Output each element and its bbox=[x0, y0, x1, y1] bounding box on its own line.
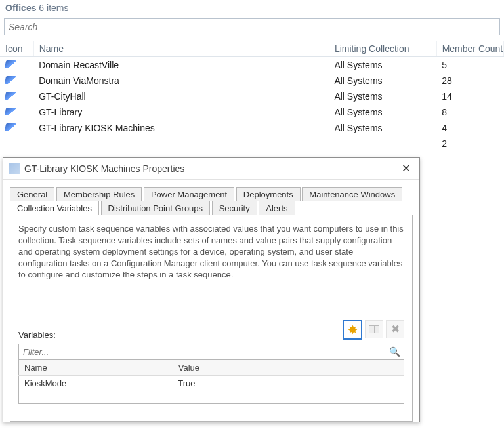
panel-description: Specify custom task sequence variables w… bbox=[18, 223, 404, 281]
col-limiting[interactable]: Limiting Collection bbox=[329, 41, 436, 57]
col-members[interactable]: Member Count bbox=[436, 41, 503, 57]
table-row[interactable]: Domain RecastVille All Systems 5 bbox=[0, 57, 504, 73]
close-icon[interactable]: ✕ bbox=[398, 162, 414, 175]
variables-toolbar: ✸ ✖ bbox=[343, 320, 404, 340]
variables-filter-input[interactable] bbox=[18, 344, 404, 360]
var-cell-value: True bbox=[173, 375, 404, 391]
cell-limiting: All Systems bbox=[329, 73, 436, 89]
cell-count: 4 bbox=[436, 120, 503, 136]
content-title: Offices 6 items bbox=[0, 0, 504, 16]
tab-security[interactable]: Security bbox=[212, 201, 257, 215]
delete-variable-button[interactable]: ✖ bbox=[386, 320, 404, 338]
table-row[interactable]: GT-Library KIOSK Machines All Systems 4 bbox=[0, 120, 504, 136]
tab-general[interactable]: General bbox=[10, 187, 54, 201]
variable-row[interactable]: KioskMode True bbox=[19, 375, 404, 391]
var-col-value[interactable]: Value bbox=[173, 360, 404, 376]
search-icon: 🔍 bbox=[389, 346, 400, 357]
properties-icon bbox=[369, 325, 379, 333]
tab-maintenance-windows[interactable]: Maintenance Windows bbox=[302, 187, 402, 201]
cell-count: 5 bbox=[436, 57, 503, 73]
cell-limiting: All Systems bbox=[329, 104, 436, 120]
variables-label: Variables: bbox=[18, 330, 56, 340]
collection-icon bbox=[5, 92, 17, 100]
variables-grid: Name Value KioskMode True bbox=[18, 360, 404, 405]
table-row[interactable]: GT-CityHall All Systems 14 bbox=[0, 89, 504, 104]
cell-limiting: All Systems bbox=[329, 57, 436, 73]
cell-count: 28 bbox=[436, 73, 503, 89]
cell-count: 8 bbox=[436, 104, 503, 120]
var-cell-name: KioskMode bbox=[19, 375, 173, 391]
table-row[interactable]: GT-Library All Systems 8 bbox=[0, 104, 504, 120]
tab-deployments[interactable]: Deployments bbox=[236, 187, 301, 201]
cell-limiting: All Systems bbox=[329, 120, 436, 136]
collection-icon bbox=[5, 60, 17, 68]
cell-name: GT-CityHall bbox=[33, 89, 329, 104]
tab-panel-collection-variables: Specify custom task sequence variables w… bbox=[10, 214, 413, 422]
cell-name: Domain RecastVille bbox=[33, 57, 329, 73]
dialog-body: General Membership Rules Power Managemen… bbox=[3, 180, 419, 422]
dialog-titlebar: GT-Library KIOSK Machines Properties ✕ bbox=[3, 158, 419, 180]
dialog-title-icon bbox=[9, 163, 20, 174]
var-col-name[interactable]: Name bbox=[19, 360, 173, 376]
delete-icon: ✖ bbox=[391, 324, 400, 335]
cell-count: 2 bbox=[436, 136, 503, 152]
tabs-row-2: Collection Variables Distribution Point … bbox=[10, 201, 413, 215]
tab-membership-rules[interactable]: Membership Rules bbox=[56, 187, 142, 201]
collection-icon bbox=[5, 108, 17, 115]
tab-alerts[interactable]: Alerts bbox=[259, 201, 295, 215]
dialog-title: GT-Library KIOSK Machines Properties bbox=[24, 163, 398, 174]
cell-name: GT-Library bbox=[33, 104, 329, 120]
cell-name: GT-Library KIOSK Machines bbox=[33, 120, 329, 136]
new-variable-button[interactable]: ✸ bbox=[343, 320, 362, 340]
collection-icon bbox=[5, 123, 17, 131]
grid-header-row: Icon Name Limiting Collection Member Cou… bbox=[0, 41, 504, 57]
tab-collection-variables[interactable]: Collection Variables bbox=[10, 201, 99, 215]
title-text: Offices bbox=[5, 3, 36, 13]
cell-name bbox=[33, 136, 329, 152]
collections-grid: Icon Name Limiting Collection Member Cou… bbox=[0, 41, 504, 152]
tab-distribution-point-groups[interactable]: Distribution Point Groups bbox=[101, 201, 211, 215]
filter-wrap: 🔍 bbox=[18, 344, 404, 360]
collection-icon bbox=[5, 76, 17, 84]
table-row[interactable]: 2 bbox=[0, 136, 504, 152]
tabs-row-1: General Membership Rules Power Managemen… bbox=[10, 187, 413, 201]
search-input[interactable] bbox=[4, 18, 500, 35]
tab-power-management[interactable]: Power Management bbox=[144, 187, 234, 201]
col-icon[interactable]: Icon bbox=[0, 41, 33, 57]
cell-count: 14 bbox=[436, 89, 503, 104]
cell-limiting: All Systems bbox=[329, 89, 436, 104]
properties-dialog: GT-Library KIOSK Machines Properties ✕ G… bbox=[3, 157, 420, 422]
cell-name: Domain ViaMonstra bbox=[33, 73, 329, 89]
table-row[interactable]: Domain ViaMonstra All Systems 28 bbox=[0, 73, 504, 89]
item-count: 6 items bbox=[39, 3, 68, 13]
search-row bbox=[0, 16, 504, 41]
variables-header-row: Name Value bbox=[19, 360, 404, 376]
starburst-icon: ✸ bbox=[348, 324, 358, 336]
cell-limiting bbox=[329, 136, 436, 152]
edit-variable-button[interactable] bbox=[365, 320, 383, 338]
variable-row-empty bbox=[19, 391, 404, 404]
col-name[interactable]: Name bbox=[33, 41, 329, 57]
